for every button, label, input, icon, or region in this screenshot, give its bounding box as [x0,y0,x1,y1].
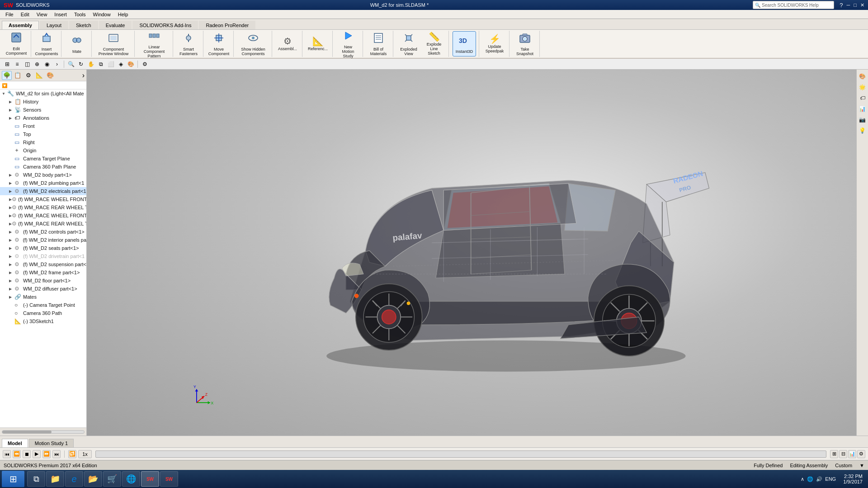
tree-item-right[interactable]: ▭ Right [0,138,86,146]
appearance-btn[interactable]: 🎨 [126,60,135,69]
zoom-btn[interactable]: 🔍 [66,60,75,69]
menu-window[interactable]: Window [90,11,114,18]
tree-item-wm-race-wheel-front1[interactable]: ▶ ⚙ (f) WM_RACE WHEEL FRONT [0,195,86,203]
tree-item-top[interactable]: ▭ Top [0,130,86,138]
reference-button[interactable]: 📐 Referenc... [306,31,330,56]
tray-up-arrow[interactable]: ∧ [801,476,804,482]
menu-tools[interactable]: Tools [71,11,90,18]
motion-loop-btn[interactable]: 🔁 [68,450,76,458]
toolbar-circle-btn[interactable]: ◉ [42,60,52,69]
insert-components-button[interactable]: InsertComponents [35,31,58,56]
component-preview-button[interactable]: ComponentPreview Window [95,31,132,56]
panel-expand-btn[interactable]: › [82,71,85,80]
solidworks-btn-1[interactable]: SW [141,471,159,487]
instant3d-button[interactable]: 3D Instant3D [453,31,476,56]
motion-btn2[interactable]: ⊟ [839,450,847,458]
pan-btn[interactable]: ✋ [86,60,95,69]
file-explorer-btn[interactable]: 📁 [46,471,64,487]
tree-scroll-bar[interactable] [0,427,86,436]
tree-item-3dsketch1[interactable]: 📐 (-) 3DSketch1 [0,317,86,325]
tree-item-camera-target-point[interactable]: ○ (-) Camera Target Point [0,301,86,309]
motion-speed-btn[interactable]: 1x [78,450,92,458]
camera-panel-btn[interactable]: 📷 [858,115,868,125]
lights-panel-btn[interactable]: 💡 [858,126,868,136]
solidworks-btn-2[interactable]: SW [160,471,178,487]
motion-timeline[interactable] [95,450,826,458]
menu-help[interactable]: Help [114,11,132,18]
tree-item-camera-360-path[interactable]: ○ Camera 360 Path [0,309,86,317]
tree-item-wm-d2-diffuser[interactable]: ▶ ⚙ WM_D2 diffuser part<1> [0,285,86,293]
tree-item-wm-d2-floor[interactable]: ▶ ⚙ WM_D2 floor part<1> [0,277,86,285]
network-icon[interactable]: 🌐 [807,476,813,482]
volume-icon[interactable]: 🔊 [816,476,822,482]
menu-insert[interactable]: Insert [51,11,71,18]
tab-evaluate[interactable]: Evaluate [99,21,132,29]
tree-item-wm-d2-plumbing[interactable]: ▶ ⚙ (f) WM_D2 plumbing part<1 [0,179,86,187]
edit-component-button[interactable]: EditComponent [5,31,28,56]
linear-pattern-button[interactable]: LinearComponent Pattern [138,31,170,56]
search-box[interactable]: 🔍 Search SOLIDWORKS Help [753,1,834,9]
menu-file[interactable]: File [2,11,17,18]
motion-study-1-tab[interactable]: Motion Study 1 [29,439,74,447]
folder-btn[interactable]: 📂 [84,471,102,487]
tree-item-wm-race-wheel-rear1[interactable]: ▶ ⚙ (f) WM_RACE REAR WHEEL T [0,203,86,211]
mate-button[interactable]: Mate [65,31,89,56]
tree-item-wm-d2-interior[interactable]: ▶ ⚙ (f) WM_D2 interior panels pa [0,236,86,244]
tree-item-wm-d2-seats[interactable]: ▶ ⚙ (f) WM_D2 seats part<1> [0,244,86,252]
tab-sketch[interactable]: Sketch [69,21,98,29]
tree-item-wm-d2-drivetrain[interactable]: ▶ ⚙ (f) WM_D2 drivetrain part<1 [0,252,86,260]
motion-btn1[interactable]: ⊞ [830,450,838,458]
tree-item-wm-race-wheel-rear2[interactable]: ▶ ⚙ (f) WM_RACE REAR WHEEL T [0,220,86,228]
assembly-features-button[interactable]: ⚙ Assembl... [276,31,299,56]
tree-item-sensors[interactable]: ▶ 📡 Sensors [0,106,86,114]
tree-item-camera-target-plane[interactable]: ▭ Camera Target Plane [0,155,86,163]
motion-rewind-btn[interactable]: ⏮ [3,450,11,458]
task-view-btn[interactable]: ⧉ [27,471,45,487]
update-speedpak-button[interactable]: ⚡ UpdateSpeedpak [483,31,506,56]
toolbar-expand-btn[interactable]: › [52,60,61,69]
tree-item-wm-d2-suspension[interactable]: ▶ ⚙ (f) WM_D2 suspension part< [0,260,86,268]
tree-item-origin[interactable]: ✦ Origin [0,146,86,155]
tree-item-camera-360-path-plane[interactable]: ▭ Camera 360 Path Plane [0,163,86,171]
explode-line-sketch-button[interactable]: 📏 ExplodeLine Sketch [422,31,446,56]
move-component-button[interactable]: MoveComponent [207,31,231,56]
scene-panel-btn[interactable]: 🌟 [858,82,868,92]
decals-panel-btn[interactable]: 🏷 [858,93,868,103]
view-orientation-btn[interactable]: ⧉ [96,60,105,69]
tree-item-wm-race-wheel-front2[interactable]: ▶ ⚙ (f) WM_RACE WHEEL FRONT [0,211,86,220]
motion-btn3[interactable]: 📊 [848,450,856,458]
start-button[interactable]: ⊞ [2,471,24,487]
exploded-view-button[interactable]: ExplodedView [397,31,420,56]
tree-item-wm-d2-electricals[interactable]: ▶ ⚙ (f) WM_D2 electricals part<1 [0,187,86,195]
display-style-btn[interactable]: ◈ [116,60,125,69]
tree-item-wm-d2-frame[interactable]: ▶ ⚙ (f) WM_D2 frame part<1> [0,268,86,277]
tab-radeon-prorender[interactable]: Radeon ProRender [199,21,255,29]
motion-btn4[interactable]: ⚙ [857,450,865,458]
motion-play-btn[interactable]: ▶ [33,450,41,458]
show-hidden-button[interactable]: Show HiddenComponents [237,31,269,56]
take-snapshot-button[interactable]: TakeSnapshot [513,31,537,56]
system-clock[interactable]: 2:32 PM 1/9/2017 [843,474,863,484]
chrome-btn[interactable]: 🌐 [122,471,140,487]
property-manager-btn[interactable]: 📋 [13,71,23,80]
tab-layout[interactable]: Layout [40,21,68,29]
store-btn[interactable]: 🛒 [103,471,121,487]
tab-assembly[interactable]: Assembly [2,21,39,29]
tree-item-history[interactable]: ▶ 📋 History [0,98,86,106]
model-tab[interactable]: Model [2,439,28,447]
dim-xpert-btn[interactable]: 📐 [34,71,44,80]
new-motion-study-button[interactable]: New MotionStudy [336,31,360,56]
units-dropdown[interactable]: ▼ [859,463,864,468]
toolbar-plus-btn[interactable]: ⊕ [33,60,42,69]
input-indicator[interactable]: ENG [825,476,836,482]
feature-manager-btn[interactable]: 🌳 [2,71,12,80]
menu-view[interactable]: View [33,11,51,18]
motion-stop-btn[interactable]: ⏹ [23,450,31,458]
smart-fasteners-button[interactable]: SmartFasteners [177,31,200,56]
display-pane-btn[interactable]: 📊 [858,104,868,114]
appearance-panel-btn[interactable]: 🎨 [858,71,868,81]
viewport-3d[interactable]: palafav RADEON PRO X [87,70,856,436]
section-view-btn[interactable]: ⬜ [106,60,115,69]
tree-item-annotations[interactable]: ▶ 🏷 Annotations [0,114,86,122]
tree-item-front[interactable]: ▭ Front [0,122,86,130]
